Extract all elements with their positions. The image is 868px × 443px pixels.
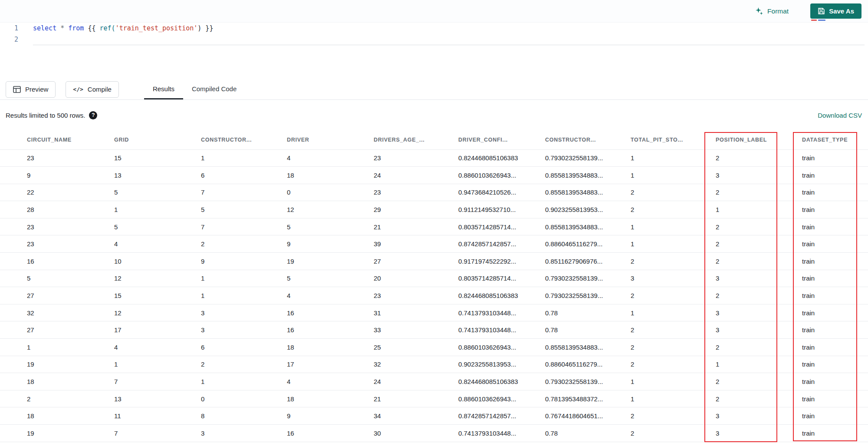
cell: 19	[0, 356, 114, 373]
cell: 0.8558139534883...	[545, 339, 631, 356]
cell: 2	[716, 390, 802, 407]
column-header: POSITION_LABEL	[716, 130, 802, 149]
cell: 16	[287, 304, 374, 321]
cell: 4	[287, 149, 374, 167]
cell: 0.8860103626943...	[458, 390, 545, 407]
cell: train	[802, 287, 868, 304]
code-line[interactable]: 2	[0, 34, 868, 45]
cell: 2	[631, 356, 716, 373]
cell: 0.7930232558139...	[545, 287, 631, 304]
code-line[interactable]: 1select * from {{ ref('train_test_positi…	[0, 23, 868, 34]
cell: 17	[114, 321, 201, 339]
cell: 0.8558139534883...	[545, 218, 631, 235]
download-csv-link[interactable]: Download CSV	[818, 112, 862, 119]
line-number: 2	[0, 34, 18, 45]
table-row: 197316300.7413793103448...0.7823train	[0, 425, 868, 442]
cell: 11	[114, 407, 201, 425]
cell: 15	[114, 287, 201, 304]
cell: 23	[374, 287, 458, 304]
tab-compiled-code[interactable]: Compiled Code	[183, 79, 245, 99]
save-as-button[interactable]: Save As	[810, 3, 861, 19]
cell: 1	[0, 339, 114, 356]
cell: 1	[201, 373, 287, 390]
question-icon[interactable]: ?	[89, 111, 97, 119]
cell: 1	[631, 167, 716, 184]
table-row: 14618250.8860103626943...0.8558139534883…	[0, 339, 868, 356]
tab-results[interactable]: Results	[144, 79, 183, 99]
cell: 0.9023255813953...	[458, 356, 545, 373]
cell: 0.78	[545, 425, 631, 442]
results-info-bar: Results limited to 500 rows. ? Download …	[0, 100, 868, 130]
cell: train	[802, 270, 868, 287]
cell: 12	[114, 270, 201, 287]
cell: 10	[114, 253, 201, 270]
cell: 2	[631, 425, 716, 442]
cell: 8	[201, 407, 287, 425]
cell: 18	[287, 390, 374, 407]
cell: 3	[631, 270, 716, 287]
cell: 5	[114, 218, 201, 235]
table-row: 23575210.8035714285714...0.8558139534883…	[0, 218, 868, 235]
cell: 23	[0, 235, 114, 253]
save-icon	[818, 7, 825, 15]
cell: 1	[114, 201, 201, 218]
cell: train	[802, 321, 868, 339]
cell: 39	[374, 235, 458, 253]
cell: 2	[631, 184, 716, 201]
cell: 0.8558139534883...	[545, 184, 631, 201]
cell: 2	[716, 253, 802, 270]
cell: 2	[716, 149, 802, 167]
table-row: 22570230.9473684210526...0.8558139534883…	[0, 184, 868, 201]
table-row: 213018210.8860103626943...0.781395348837…	[0, 390, 868, 407]
cell: 23	[374, 149, 458, 167]
cell: 3	[201, 321, 287, 339]
compile-button[interactable]: </> Compile	[66, 81, 119, 98]
cell: 13	[114, 390, 201, 407]
table-row: 2717316330.7413793103448...0.7823train	[0, 321, 868, 339]
cell: 2	[631, 321, 716, 339]
cell: 0.9023255813953...	[545, 201, 631, 218]
cell: 9	[287, 235, 374, 253]
cell: 20	[374, 270, 458, 287]
cell: 1	[631, 373, 716, 390]
cell: 0.9171974522292...	[458, 253, 545, 270]
cell: 4	[114, 235, 201, 253]
cell: train	[802, 339, 868, 356]
cell: 0.78	[545, 321, 631, 339]
cell: 1	[716, 201, 802, 218]
cell: 1	[631, 149, 716, 167]
cell: 2	[631, 201, 716, 218]
cell: train	[802, 356, 868, 373]
cell: 2	[716, 235, 802, 253]
cell: 13	[114, 167, 201, 184]
cell: 3	[716, 304, 802, 321]
cell: 0.9112149532710...	[458, 201, 545, 218]
table-row: 231514230.8244680851063830.7930232558139…	[0, 149, 868, 167]
cell: 0.8860465116279...	[545, 356, 631, 373]
preview-button[interactable]: Preview	[6, 81, 56, 98]
cell: 21	[374, 218, 458, 235]
line-number: 1	[0, 23, 18, 34]
results-table: CIRCUIT_NAMEGRIDCONSTRUCTOR...DRIVERDRIV…	[0, 130, 868, 442]
cell: 12	[114, 304, 201, 321]
cell: 0.7930232558139...	[545, 270, 631, 287]
cell: 3	[716, 167, 802, 184]
cell: 0.78	[545, 304, 631, 321]
sql-editor[interactable]: 1select * from {{ ref('train_test_positi…	[0, 23, 868, 79]
cell: 1	[631, 390, 716, 407]
cell: 0.8511627906976...	[545, 253, 631, 270]
format-button[interactable]: Format	[755, 7, 789, 15]
cell: 0.8035714285714...	[458, 218, 545, 235]
cell: 4	[287, 287, 374, 304]
cell: 0.7813953488372...	[545, 390, 631, 407]
dbt-ide-query-view: Format Save As 1select * from {{ ref('tr…	[0, 0, 868, 443]
cell: 2	[716, 218, 802, 235]
cell: 27	[0, 321, 114, 339]
cell: 3	[716, 425, 802, 442]
results-tabs: Results Compiled Code	[144, 79, 245, 99]
cell: 2	[631, 407, 716, 425]
results-table-area: CIRCUIT_NAMEGRIDCONSTRUCTOR...DRIVERDRIV…	[0, 130, 868, 442]
cell: train	[802, 149, 868, 167]
cell: 23	[374, 184, 458, 201]
cell: 22	[0, 184, 114, 201]
